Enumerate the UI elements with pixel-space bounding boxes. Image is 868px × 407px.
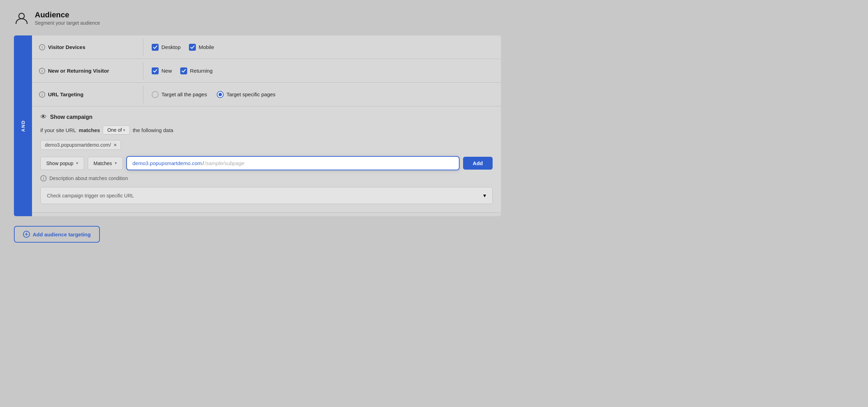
main-layout: AND i Visitor Devices Desktop — [14, 35, 501, 216]
page-title: Audience — [35, 10, 100, 19]
url-targeting-body: 👁 Show campaign if your site URL matches… — [32, 106, 501, 212]
rules-container: i Visitor Devices Desktop Mobile — [32, 35, 501, 216]
condition-suffix: the following data — [133, 127, 173, 133]
url-targeting-top: i URL Targeting Target all the pages Tar… — [32, 83, 501, 106]
specific-pages-radio-label: Target specific pages — [226, 91, 276, 97]
url-input-wrapper[interactable]: demo3.popupsmartdemo.com / /sample/subpa… — [126, 156, 460, 170]
page-subtitle: Segment your target audience — [35, 20, 100, 26]
and-bar: AND — [14, 35, 32, 216]
all-pages-radio-circle — [152, 91, 159, 98]
desktop-checkbox[interactable]: Desktop — [152, 44, 181, 51]
specific-pages-radio[interactable]: Target specific pages — [217, 91, 276, 98]
show-campaign-header: 👁 Show campaign — [40, 113, 493, 121]
one-of-chevron: ▾ — [123, 128, 125, 132]
url-input-placeholder: /sample/subpage — [205, 160, 453, 166]
all-pages-radio-label: Target all the pages — [161, 91, 207, 97]
show-popup-label: Show popup — [46, 161, 73, 166]
matches-dropdown[interactable]: Matches ▾ — [88, 157, 123, 170]
check-trigger-row[interactable]: Check campaign trigger on specific URL ▾ — [40, 187, 493, 204]
visitor-devices-label-cell: i Visitor Devices — [32, 39, 143, 56]
url-targeting-label-cell: i URL Targeting — [32, 86, 143, 103]
url-tag-0: demo3.popupsmartdemo.com/ × — [40, 140, 121, 150]
new-checkbox[interactable]: New — [152, 67, 172, 74]
and-label: AND — [21, 120, 26, 132]
plus-circle-icon: + — [23, 231, 30, 238]
visitor-devices-content: Desktop Mobile — [143, 38, 501, 56]
url-targeting-label: URL Targeting — [48, 91, 83, 97]
description-info-icon: i — [40, 175, 47, 181]
show-popup-dropdown[interactable]: Show popup ▾ — [40, 157, 84, 170]
mobile-checkbox-box — [189, 44, 196, 51]
visitor-devices-label: Visitor Devices — [48, 44, 85, 50]
desktop-checkbox-box — [152, 44, 159, 51]
input-row: Show popup ▾ Matches ▾ demo3.popupsmartd… — [40, 156, 493, 170]
url-slash: / — [202, 160, 204, 166]
specific-pages-radio-circle — [217, 91, 224, 98]
one-of-label: One of — [107, 127, 122, 133]
url-targeting-radio-group: Target all the pages Target specific pag… — [143, 86, 501, 104]
url-tag-close[interactable]: × — [114, 142, 117, 148]
all-pages-radio[interactable]: Target all the pages — [152, 91, 207, 98]
condition-prefix: if your site URL — [40, 127, 76, 133]
svg-point-0 — [19, 13, 24, 19]
visitor-devices-row: i Visitor Devices Desktop Mobile — [32, 35, 501, 59]
page-container: Audience Segment your target audience AN… — [14, 10, 501, 243]
mobile-label: Mobile — [199, 44, 214, 50]
url-tag-value: demo3.popupsmartdemo.com/ — [45, 142, 111, 148]
one-of-button[interactable]: One of ▾ — [103, 125, 130, 135]
radio-group: Target all the pages Target specific pag… — [152, 91, 276, 98]
new-label: New — [161, 68, 172, 74]
matches-label: Matches — [94, 161, 112, 166]
audience-icon — [14, 10, 29, 26]
new-returning-content: New Returning — [143, 62, 501, 80]
add-audience-label: Add audience targeting — [33, 231, 91, 237]
condition-matches: matches — [79, 127, 100, 133]
description-text: Description about matches condition — [49, 176, 128, 181]
mobile-checkbox[interactable]: Mobile — [189, 44, 214, 51]
description-row: i Description about matches condition — [40, 175, 493, 181]
add-url-button[interactable]: Add — [463, 157, 493, 170]
new-returning-info-icon[interactable]: i — [39, 68, 45, 74]
returning-checkbox[interactable]: Returning — [180, 67, 213, 74]
matches-chevron: ▾ — [115, 161, 117, 165]
returning-checkbox-box — [180, 67, 187, 74]
page-header: Audience Segment your target audience — [14, 10, 501, 26]
new-checkbox-box — [152, 67, 159, 74]
add-audience-button[interactable]: + Add audience targeting — [14, 226, 100, 243]
check-trigger-chevron: ▾ — [483, 192, 486, 199]
returning-label: Returning — [190, 68, 213, 74]
url-targeting-row: i URL Targeting Target all the pages Tar… — [32, 83, 501, 213]
new-returning-label: New or Returning Visitor — [48, 68, 109, 74]
tags-row: demo3.popupsmartdemo.com/ × — [40, 140, 493, 150]
desktop-label: Desktop — [161, 44, 181, 50]
check-trigger-label: Check campaign trigger on specific URL — [47, 193, 134, 198]
header-text: Audience Segment your target audience — [35, 10, 100, 26]
eye-icon: 👁 — [40, 113, 47, 121]
new-returning-row: i New or Returning Visitor New Re — [32, 59, 501, 83]
url-prefix: demo3.popupsmartdemo.com — [133, 160, 202, 166]
url-targeting-info-icon[interactable]: i — [39, 91, 45, 98]
new-returning-label-cell: i New or Returning Visitor — [32, 62, 143, 80]
show-popup-chevron: ▾ — [76, 161, 78, 165]
condition-row: if your site URL matches One of ▾ the fo… — [40, 125, 493, 135]
visitor-devices-info-icon[interactable]: i — [39, 44, 45, 50]
show-campaign-title: Show campaign — [50, 114, 93, 120]
